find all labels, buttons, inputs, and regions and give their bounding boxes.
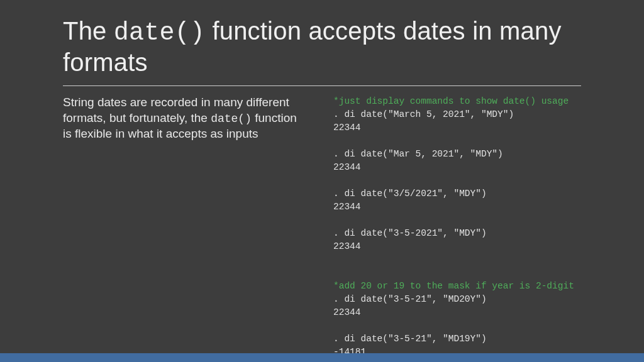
code-line: . di date("3-5-2021", "MDY"): [333, 228, 487, 238]
slide-title: The date() function accepts dates in man…: [63, 16, 581, 77]
code-line: . di date("March 5, 2021", "MDY"): [333, 109, 514, 119]
code-line: . di date("Mar 5, 2021", "MDY"): [333, 149, 503, 159]
code-block: *just display commands to show date() us…: [333, 95, 581, 359]
title-rule: [63, 85, 581, 86]
code-line: . di date("3/5/2021", "MDY"): [333, 189, 487, 199]
code-output: 22344: [333, 202, 361, 212]
title-pre: The: [63, 17, 114, 45]
content-columns: String dates are recorded in many differ…: [63, 95, 581, 359]
footer-accent-bar: [0, 353, 644, 362]
code-column: *just display commands to show date() us…: [333, 95, 581, 359]
body-code: date(): [211, 112, 252, 125]
code-output: 22344: [333, 241, 361, 251]
code-comment: *add 20 or 19 to the mask if year is 2-d…: [333, 281, 574, 291]
code-output: 22344: [333, 123, 361, 133]
slide: The date() function accepts dates in man…: [0, 0, 644, 359]
code-output: 22344: [333, 307, 361, 317]
code-output: 22344: [333, 162, 361, 172]
title-code: date(): [114, 19, 205, 47]
code-comment: *just display commands to show date() us…: [333, 96, 569, 106]
code-line: . di date("3-5-21", "MD20Y"): [333, 294, 487, 304]
body-text: String dates are recorded in many differ…: [63, 95, 308, 359]
code-line: . di date("3-5-21", "MD19Y"): [333, 334, 487, 344]
